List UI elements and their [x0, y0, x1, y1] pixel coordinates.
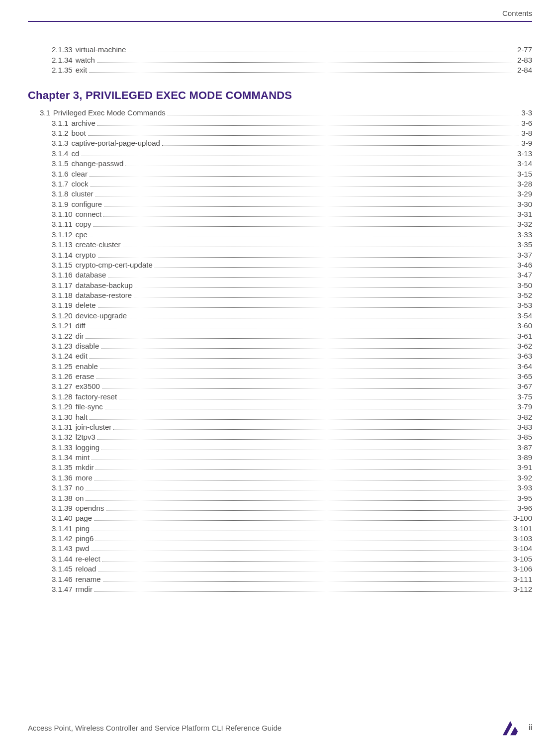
- toc-entry-number: 3.1.19: [52, 301, 73, 309]
- toc-entry[interactable]: 3.1.5change-passwd3-14: [28, 159, 532, 169]
- toc-entry[interactable]: 3.1.44re-elect3-105: [28, 554, 532, 564]
- toc-entry[interactable]: 3.1.38on3-95: [28, 493, 532, 503]
- toc-leader-dots: [86, 496, 515, 501]
- toc-entry[interactable]: 3.1.29file-sync3-79: [28, 402, 532, 412]
- toc-leader-dots: [103, 212, 515, 217]
- page-number: ii: [529, 723, 532, 732]
- toc-entry-page: 3-13: [517, 150, 532, 158]
- toc-entry[interactable]: 3.1.47rmdir3-112: [28, 584, 532, 594]
- toc-leader-dots: [113, 425, 515, 430]
- toc-entry[interactable]: 3.1.40page3-100: [28, 513, 532, 523]
- toc-entry[interactable]: 3.1.1archive3-6: [28, 118, 532, 128]
- toc-entry[interactable]: 3.1.15crypto-cmp-cert-update3-46: [28, 260, 532, 270]
- toc-entry[interactable]: 3.1.28factory-reset3-75: [28, 392, 532, 402]
- toc-entry-title: archive: [68, 119, 95, 127]
- toc-entry-page: 3-111: [513, 575, 532, 583]
- toc-entry[interactable]: 2.1.33virtual-machine2-77: [28, 45, 532, 55]
- toc-entry-number: 3.1.47: [52, 585, 73, 593]
- toc-entry-number: 3.1.46: [52, 575, 73, 583]
- toc-entry[interactable]: 3.1.27ex35003-67: [28, 381, 532, 391]
- toc-entry[interactable]: 3.1Privileged Exec Mode Commands3-3: [28, 108, 532, 118]
- toc-entry-page: 3-46: [517, 261, 532, 269]
- toc-entry[interactable]: 3.1.4cd3-13: [28, 149, 532, 159]
- toc-entry-number: 3.1.42: [52, 535, 73, 543]
- toc-entry[interactable]: 3.1.6clear3-15: [28, 169, 532, 179]
- toc-leader-dots: [98, 567, 511, 571]
- toc-leader-dots: [90, 172, 515, 177]
- toc-entry[interactable]: 3.1.9configure3-30: [28, 199, 532, 209]
- toc-entry-title: enable: [73, 363, 98, 371]
- toc-entry-page: 3-101: [513, 525, 532, 533]
- toc-entry[interactable]: 3.1.39opendns3-96: [28, 503, 532, 513]
- toc-entry[interactable]: 3.1.25enable3-64: [28, 362, 532, 372]
- toc-entry[interactable]: 3.1.7clock3-28: [28, 179, 532, 189]
- toc-leader-dots: [91, 182, 515, 187]
- toc-entry-number: 3.1.26: [52, 373, 73, 380]
- toc-entry[interactable]: 3.1.26erase3-65: [28, 372, 532, 381]
- toc-entry[interactable]: 3.1.3captive-portal-page-upload3-9: [28, 138, 532, 148]
- toc-entry-number: 3.1.20: [52, 312, 73, 320]
- toc-entry[interactable]: 3.1.11copy3-32: [28, 219, 532, 229]
- toc-entry-page: 3-8: [521, 129, 532, 137]
- toc-entry[interactable]: 3.1.24edit3-63: [28, 351, 532, 361]
- toc-entry-number: 3.1.14: [52, 251, 73, 259]
- main-content: 2.1.33virtual-machine2-772.1.34watch2-83…: [28, 0, 532, 594]
- toc-entry-page: 3-79: [517, 403, 532, 411]
- toc-entry-title: captive-portal-page-upload: [68, 139, 160, 147]
- toc-leader-dots: [102, 384, 515, 389]
- toc-entry[interactable]: 3.1.22dir3-61: [28, 331, 532, 341]
- toc-leader-dots: [87, 324, 515, 328]
- toc-entry-title: device-upgrade: [73, 312, 127, 320]
- toc-entry[interactable]: 3.1.2boot3-8: [28, 128, 532, 138]
- toc-entry-title: clock: [68, 180, 88, 188]
- toc-entry-title: rmdir: [73, 585, 93, 593]
- toc-entry[interactable]: 3.1.35mkdir3-91: [28, 463, 532, 472]
- toc-entry-title: pwd: [73, 545, 90, 553]
- toc-leader-dots: [105, 405, 515, 409]
- toc-entry[interactable]: 3.1.12cpe3-33: [28, 230, 532, 240]
- toc-entry[interactable]: 2.1.34watch2-83: [28, 55, 532, 65]
- toc-entry-page: 3-14: [517, 160, 532, 168]
- toc-entry-number: 2.1.35: [52, 66, 73, 74]
- toc-entry[interactable]: 3.1.8cluster3-29: [28, 189, 532, 199]
- toc-entry-page: 3-64: [517, 363, 532, 371]
- toc-entry[interactable]: 3.1.41ping3-101: [28, 524, 532, 534]
- toc-entry-page: 3-29: [517, 190, 532, 198]
- toc-entry[interactable]: 3.1.19delete3-53: [28, 300, 532, 310]
- footer: Access Point, Wireless Controller and Se…: [28, 718, 532, 737]
- toc-entry[interactable]: 3.1.14crypto3-37: [28, 250, 532, 260]
- toc-entry[interactable]: 3.1.46rename3-111: [28, 574, 532, 584]
- toc-entry[interactable]: 2.1.35exit2-84: [28, 65, 532, 75]
- toc-entry[interactable]: 3.1.18database-restore3-52: [28, 290, 532, 300]
- toc-entry-title: database-backup: [73, 282, 133, 289]
- toc-entry[interactable]: 3.1.21diff3-60: [28, 321, 532, 331]
- toc-entry[interactable]: 3.1.33logging3-87: [28, 443, 532, 453]
- toc-entry[interactable]: 3.1.17database-backup3-50: [28, 281, 532, 290]
- toc-entry[interactable]: 3.1.31join-cluster3-83: [28, 422, 532, 432]
- toc-entry[interactable]: 3.1.32l2tpv33-85: [28, 432, 532, 442]
- toc-entry[interactable]: 3.1.30halt3-82: [28, 412, 532, 422]
- toc-leader-dots: [104, 202, 515, 207]
- toc-entry[interactable]: 3.1.20device-upgrade3-54: [28, 311, 532, 321]
- toc-leader-dots: [128, 48, 515, 52]
- toc-entry[interactable]: 3.1.10connect3-31: [28, 209, 532, 219]
- toc-entry[interactable]: 3.1.42ping63-103: [28, 534, 532, 544]
- toc-entry-page: 3-35: [517, 241, 532, 249]
- toc-entry[interactable]: 3.1.36more3-92: [28, 473, 532, 483]
- toc-entry[interactable]: 3.1.43pwd3-104: [28, 544, 532, 554]
- toc-leader-dots: [96, 375, 515, 379]
- toc-leader-dots: [95, 466, 515, 470]
- toc-entry-title: delete: [73, 301, 96, 309]
- toc-leader-dots: [94, 587, 511, 592]
- toc-entry[interactable]: 3.1.23disable3-62: [28, 341, 532, 351]
- toc-leader-dots: [168, 111, 520, 115]
- toc-entry[interactable]: 3.1.45reload3-106: [28, 564, 532, 574]
- toc-entry[interactable]: 3.1.13create-cluster3-35: [28, 240, 532, 250]
- toc-entry-number: 3.1.41: [52, 525, 73, 533]
- toc-entry[interactable]: 3.1.16database3-47: [28, 270, 532, 280]
- chapter-heading: Chapter 3, PRIVILEGED EXEC MODE COMMANDS: [28, 75, 532, 108]
- toc-entry[interactable]: 3.1.37no3-93: [28, 483, 532, 493]
- toc-entry-page: 2-84: [517, 66, 532, 74]
- toc-entry-number: 3.1.32: [52, 433, 73, 441]
- toc-entry[interactable]: 3.1.34mint3-89: [28, 453, 532, 463]
